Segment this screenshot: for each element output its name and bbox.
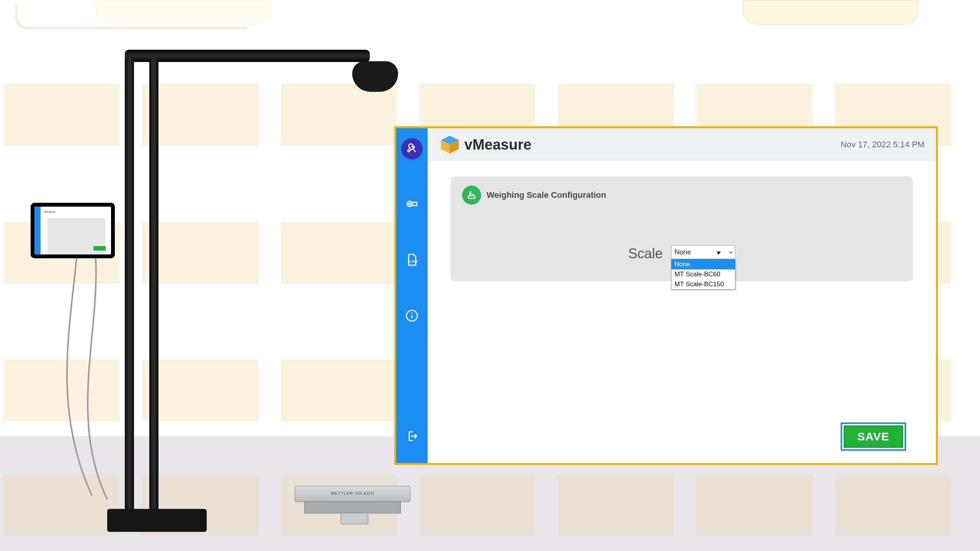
sidebar-item-info[interactable]	[401, 306, 423, 327]
save-button-highlight: SAVE	[841, 422, 906, 451]
dimensioning-hardware: vMeasure	[115, 50, 421, 532]
scale-icon	[462, 186, 481, 205]
save-button[interactable]: SAVE	[844, 425, 903, 448]
svg-point-1	[409, 203, 411, 205]
cursor-icon: ➤	[715, 248, 722, 256]
chevron-down-icon	[729, 248, 733, 256]
svg-point-0	[407, 201, 412, 207]
sidebar-item-logout[interactable]	[401, 426, 423, 448]
scale-option-none[interactable]: None	[671, 259, 735, 269]
scale-dropdown: None MT Scale-BC60 MT Scale-BC150	[671, 259, 735, 290]
cables	[46, 258, 138, 503]
config-card: Weighing Scale Configuration Scale None …	[451, 176, 913, 281]
header-datetime: Nov 17, 2022 5:14 PM	[841, 140, 924, 150]
mounted-tablet: vMeasure	[31, 203, 115, 258]
svg-point-5	[412, 313, 413, 314]
svg-rect-9	[468, 196, 475, 199]
svg-text:LOG: LOG	[409, 259, 418, 263]
content-area: Weighing Scale Configuration Scale None …	[428, 161, 936, 463]
logout-icon	[405, 430, 418, 444]
sensor-head	[352, 61, 398, 92]
svg-point-10	[470, 192, 471, 193]
scale-field-label: Scale	[628, 245, 663, 262]
scale-option-bc60[interactable]: MT Scale-BC60	[671, 269, 735, 279]
sidebar: LOG	[396, 128, 428, 463]
scale-brand-label: METTLER TOLEDO	[295, 491, 410, 496]
weighing-scale-device: METTLER TOLEDO	[295, 486, 410, 520]
scale-select-value: None	[675, 248, 691, 256]
sidebar-item-settings[interactable]	[401, 138, 423, 160]
app-window: LOG	[394, 126, 938, 465]
app-logo-icon	[439, 134, 461, 155]
info-icon	[405, 309, 418, 324]
sidebar-item-camera[interactable]	[401, 194, 423, 215]
camera-icon	[405, 197, 418, 212]
scale-select[interactable]: None ➤	[671, 245, 735, 259]
tablet-app-name-icon: vMeasure	[44, 210, 56, 213]
card-title: Weighing Scale Configuration	[487, 190, 606, 200]
app-header: vMeasure Nov 17, 2022 5:14 PM	[428, 128, 936, 161]
app-body: vMeasure Nov 17, 2022 5:14 PM Weighing S…	[428, 128, 936, 463]
wrench-icon	[405, 142, 418, 156]
scale-option-bc150[interactable]: MT Scale-BC150	[671, 279, 735, 289]
app-title: vMeasure	[464, 137, 531, 153]
log-file-icon: LOG	[405, 253, 418, 268]
sidebar-item-log[interactable]: LOG	[401, 250, 423, 271]
